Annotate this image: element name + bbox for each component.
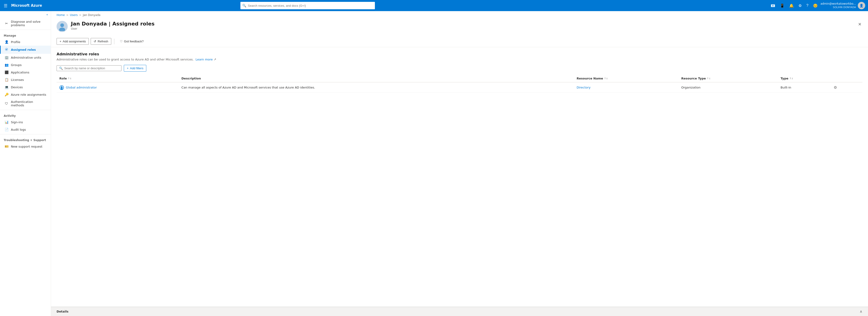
add-icon: + [60,40,61,43]
sidebar-item-diagnose[interactable]: ✂ Diagnose and solve problems [0,18,51,29]
learn-more-link[interactable]: Learn more [195,58,213,61]
table-header-row: Role ↑↓ Description Resource Name ↑↓ [57,75,862,82]
sidebar-item-admin-units[interactable]: 🏢 Administrative units [0,54,51,61]
search-filter-row: 🔍 + Add filters [57,65,862,71]
sidebar-item-label: Assigned roles [11,48,36,52]
sidebar-item-sign-ins[interactable]: 📊 Sign-ins [0,118,51,126]
search-box: 🔍 [57,65,122,71]
global-search-input[interactable] [240,2,375,9]
type-sort[interactable]: Type ↑↓ [781,77,793,80]
role-sort[interactable]: Role ↑↓ [59,77,72,80]
app-logo: Microsoft Azure [11,3,42,8]
svg-point-2 [60,23,64,27]
audit-logs-icon: 📄 [4,128,8,131]
sidebar-item-label: New support request [11,145,42,148]
sidebar-item-azure-role-assignments[interactable]: 🔑 Azure role assignments [0,91,51,98]
page-header-avatar [57,21,68,32]
sidebar-item-licenses[interactable]: 📋 Licenses [0,76,51,84]
cell-type: Built-in [778,82,830,93]
sidebar-item-authentication-methods[interactable]: 🛡 Authentication methods [0,98,51,109]
type-sort-icon: ↑↓ [789,77,793,80]
sidebar-item-label: Authentication methods [11,100,47,107]
section-description: Administrative roles can be used to gran… [57,58,862,61]
help-icon[interactable]: ? [804,2,810,9]
sidebar-item-audit-logs[interactable]: 📄 Audit logs [0,126,51,133]
user-profile[interactable]: admin@workatoworkbo... SOLIHN DONYADA 👤 [820,2,865,9]
sidebar-item-profile[interactable]: 👤 Profile [0,38,51,45]
resource-type-sort[interactable]: Resource Type ↑↓ [681,77,711,80]
hamburger-menu-icon[interactable]: ☰ [3,2,8,9]
section-desc-text: Administrative roles can be used to gran… [57,58,194,61]
breadcrumb: Home > Users > Jan Donyada [51,11,868,19]
table-body: Global administrator Can manage all aspe… [57,82,862,93]
role-description-text: Can manage all aspects of Azure AD and M… [182,86,315,89]
col-description: Description [179,75,574,82]
section-title: Administrative roles [57,52,862,56]
sidebar-item-label: Applications [11,71,29,74]
sidebar-item-new-support-request[interactable]: 🎫 New support request [0,143,51,150]
sidebar-item-assigned-roles[interactable]: Assigned roles [0,45,51,54]
shield-icon: 🛡 [4,102,8,105]
applications-icon: ⬛ [4,70,8,74]
admin-roles-section: Administrative roles Administrative role… [51,47,868,93]
sidebar-item-groups[interactable]: 👥 Groups [0,61,51,69]
avatar[interactable]: 👤 [858,2,865,9]
breadcrumb-home[interactable]: Home [57,13,65,17]
refresh-button[interactable]: ↺ Refresh [91,38,111,45]
add-filters-button[interactable]: + Add filters [124,65,146,71]
role-sort-icon: ↑↓ [68,77,72,80]
settings-icon[interactable]: ⚙ [797,2,804,9]
sidebar-item-devices[interactable]: 💻 Devices [0,84,51,91]
resource-name-sort[interactable]: Resource Name ↑↓ [577,77,608,80]
mobile-icon[interactable]: 📱 [778,2,786,9]
sidebar-divider-3 [0,134,51,134]
details-label: Details [57,310,68,313]
resource-type-sort-icon: ↑↓ [707,77,711,80]
breadcrumb-sep-1: > [66,13,68,17]
add-assignments-label: Add assignments [63,40,86,43]
devices-icon: 💻 [4,85,8,89]
add-filters-label: Add filters [130,66,144,70]
user-display-name: admin@workatoworkbo... [820,2,856,6]
feedback-button[interactable]: ♡ Got feedback? [117,38,147,44]
sidebar-item-label: Profile [11,40,20,44]
role-name-link[interactable]: Global administrator [66,86,97,89]
resource-type-text: Organization [681,86,701,89]
sidebar-item-label: Audit logs [11,128,26,131]
sidebar-item-label: Administrative units [11,56,41,59]
external-link-icon: ↗ [214,58,216,61]
details-collapse-button[interactable]: ∧ [860,309,862,314]
person-icon: 👤 [4,40,8,44]
troubleshooting-section-label: Troubleshooting + Support [0,135,51,143]
support-icon: 🎫 [4,145,8,148]
top-navbar: ☰ Microsoft Azure 🔍 📧 📱 🔔 ⚙ ? 😊 admin@wo… [0,0,868,11]
feedback-smiley-icon[interactable]: 😊 [811,2,819,9]
close-button[interactable]: ✕ [857,21,862,28]
search-input[interactable] [64,66,119,70]
feedback-icon: ♡ [120,40,123,43]
col-resource-type: Resource Type ↑↓ [678,75,778,82]
sidebar-item-label: Azure role assignments [11,93,46,96]
roles-table: Role ↑↓ Description Resource Name ↑↓ [57,75,862,93]
email-icon[interactable]: 📧 [769,2,777,9]
add-filter-icon: + [127,66,129,70]
assigned-roles-icon [4,48,8,52]
notification-icon[interactable]: 🔔 [787,2,796,9]
row-settings-button[interactable]: ⚙ [832,85,838,90]
licenses-icon: 📋 [4,78,8,82]
search-box-icon: 🔍 [59,66,63,70]
resource-name-link[interactable]: Directory [577,86,590,89]
breadcrumb-users[interactable]: Users [70,13,78,17]
global-admin-icon [59,85,64,90]
col-type: Type ↑↓ [778,75,830,82]
add-assignments-button[interactable]: + Add assignments [57,38,89,45]
sidebar-item-applications[interactable]: ⬛ Applications [0,69,51,76]
refresh-label: Refresh [98,40,108,43]
groups-icon: 👥 [4,63,8,67]
sidebar-collapse-button[interactable]: « [0,11,51,18]
cell-description: Can manage all aspects of Azure AD and M… [179,82,574,93]
toolbar: + Add assignments ↺ Refresh ♡ Got feedba… [51,36,868,47]
table-row: Global administrator Can manage all aspe… [57,82,862,93]
cell-settings: ⚙ [830,82,862,93]
feedback-label: Got feedback? [124,40,144,43]
